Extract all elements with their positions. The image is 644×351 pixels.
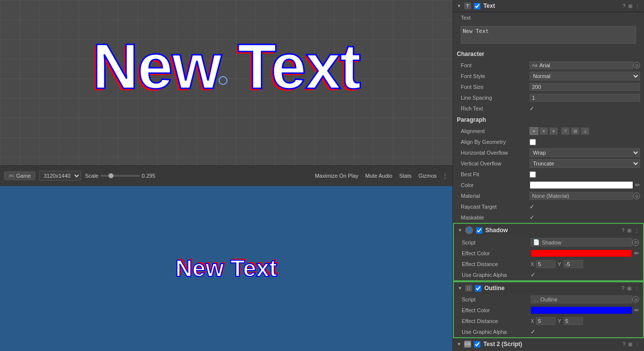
- outline-help-icon[interactable]: ?: [621, 286, 624, 291]
- shadow-swatch-box[interactable]: [531, 249, 632, 257]
- h-overflow-prop-row: Horizontal Overflow Wrap: [453, 147, 644, 158]
- raycast-label: Raycast Target: [461, 204, 530, 210]
- outline-component-header[interactable]: ▼ □ Outline ? ⊞ ⋮: [454, 282, 643, 294]
- text-value-input[interactable]: [461, 26, 636, 44]
- test2-enabled-checkbox[interactable]: [474, 341, 480, 348]
- color-pipette-icon[interactable]: ✏: [635, 182, 640, 189]
- v-overflow-prop-row: Vertical Overflow Truncate: [453, 158, 644, 169]
- scene-view[interactable]: New Text: [0, 0, 452, 165]
- shadow-color-swatch: ✏: [531, 249, 639, 257]
- shadow-x-input[interactable]: [536, 260, 556, 268]
- stats-btn[interactable]: Stats: [397, 172, 414, 180]
- material-field[interactable]: None (Material): [530, 192, 633, 200]
- best-fit-checkbox[interactable]: [530, 171, 536, 178]
- material-select-circle[interactable]: ◎: [633, 192, 640, 199]
- outline-more-icon[interactable]: ⋮: [634, 286, 639, 291]
- shadow-component-header[interactable]: ▼ 👤 Shadow ? ⊞ ⋮: [454, 224, 643, 237]
- align-bottom-btn[interactable]: ⊥: [581, 127, 589, 135]
- test2-layout-icon[interactable]: ⊞: [628, 342, 632, 347]
- resolution-select[interactable]: 3120x1440: [39, 171, 81, 181]
- game-bar-more-icon[interactable]: ⋮: [442, 172, 448, 180]
- text-enabled-checkbox[interactable]: [474, 3, 480, 9]
- outline-script-field[interactable]: … Outline: [531, 296, 632, 303]
- scale-thumb: [109, 173, 113, 178]
- font-style-select[interactable]: Normal: [530, 72, 640, 81]
- text-more-icon[interactable]: ⋮: [635, 3, 640, 9]
- text-component-header[interactable]: ▼ T Text ? ⊞ ⋮: [453, 0, 644, 12]
- outline-x-input[interactable]: [536, 317, 556, 325]
- shadow-collapse-arrow: ▼: [458, 228, 462, 233]
- align-right-btn[interactable]: ≡: [549, 127, 558, 135]
- align-center-btn[interactable]: ≡: [539, 127, 548, 135]
- shadow-enabled-checkbox[interactable]: [476, 227, 482, 234]
- test2-help-icon[interactable]: ?: [622, 342, 625, 347]
- text-value-area: [453, 23, 644, 48]
- viewport: New Text 🎮 Game 3120x1440 Scale 0.295 Ma…: [0, 0, 452, 351]
- outline-use-graphic-label: Use Graphic Alpha: [462, 329, 531, 335]
- font-select-circle[interactable]: ◎: [633, 62, 640, 69]
- font-field[interactable]: Aa Arial: [530, 61, 633, 69]
- outline-header-actions: ? ⊞ ⋮: [621, 286, 639, 291]
- shadow-effect-distance-label: Effect Distance: [462, 261, 531, 267]
- outline-use-graphic-row: Use Graphic Alpha ✓: [454, 326, 643, 337]
- outline-title: Outline: [484, 285, 504, 292]
- test2-more-icon[interactable]: ⋮: [635, 342, 640, 347]
- shadow-component-icon: 👤: [465, 226, 473, 234]
- text-prop-label: Text: [461, 15, 530, 21]
- outline-use-graphic-check: ✓: [531, 328, 535, 335]
- shadow-script-label: Script: [462, 240, 531, 245]
- shadow-help-icon[interactable]: ?: [621, 228, 624, 233]
- shadow-script-field[interactable]: 📄 Shadow: [531, 238, 632, 246]
- outline-xy-fields: X Y: [531, 317, 583, 325]
- test2-component: ▼ CS Test 2 (Script) ? ⊞ ⋮ Script 📄 Test…: [453, 338, 644, 351]
- outline-pipette-icon[interactable]: ✏: [634, 307, 639, 314]
- shadow-use-graphic-check: ✓: [531, 271, 535, 278]
- outline-effect-color-row: Effect Color ✏: [454, 305, 643, 316]
- game-bar: 🎮 Game 3120x1440 Scale 0.295 Maximize On…: [0, 165, 452, 186]
- align-left-btn[interactable]: ≡: [530, 127, 538, 135]
- mute-audio-btn[interactable]: Mute Audio: [364, 172, 394, 180]
- color-label: Color: [461, 182, 530, 188]
- v-overflow-label: Vertical Overflow: [461, 161, 530, 166]
- shadow-layout-icon[interactable]: ⊞: [627, 228, 631, 233]
- color-swatch-box[interactable]: [530, 181, 633, 189]
- maskable-prop-row: Maskable ✓: [453, 212, 644, 223]
- maximize-on-play-btn[interactable]: Maximize On Play: [313, 172, 361, 180]
- outline-y-input[interactable]: [563, 317, 583, 325]
- shadow-effect-color-row: Effect Color ✏: [454, 248, 643, 259]
- line-spacing-input[interactable]: [530, 94, 640, 102]
- align-geo-checkbox[interactable]: [530, 139, 536, 145]
- shadow-script-value: Shadow: [542, 240, 561, 245]
- raycast-check: ✓: [530, 203, 534, 210]
- shadow-more-icon[interactable]: ⋮: [634, 228, 639, 233]
- shadow-y-input[interactable]: [563, 260, 583, 268]
- shadow-pipette-icon[interactable]: ✏: [634, 250, 639, 257]
- maskable-check: ✓: [530, 214, 534, 221]
- align-top-btn[interactable]: ⊤: [561, 127, 570, 135]
- h-overflow-select[interactable]: Wrap: [530, 148, 640, 157]
- game-tab-label: Game: [16, 173, 31, 179]
- test2-component-header[interactable]: ▼ CS Test 2 (Script) ? ⊞ ⋮: [453, 338, 644, 350]
- game-text: New Text: [175, 255, 277, 282]
- outline-enabled-checkbox[interactable]: [475, 285, 481, 292]
- game-controls: Maximize On Play Mute Audio Stats Gizmos…: [313, 172, 448, 180]
- outline-layout-icon[interactable]: ⊞: [627, 286, 631, 291]
- font-style-label: Font Style: [461, 73, 530, 79]
- outline-swatch-box[interactable]: [531, 306, 632, 314]
- text-help-icon[interactable]: ?: [622, 3, 625, 9]
- shadow-xy-fields: X Y: [531, 260, 583, 268]
- gizmos-btn[interactable]: Gizmos: [417, 172, 439, 180]
- shadow-script-circle[interactable]: ◎: [632, 239, 639, 246]
- align-middle-btn[interactable]: ⊟: [571, 127, 580, 135]
- outline-script-circle[interactable]: ◎: [632, 296, 639, 303]
- game-icon: 🎮: [8, 173, 14, 179]
- game-view: New Text: [0, 186, 452, 351]
- shadow-effect-distance-row: Effect Distance X Y: [454, 259, 643, 270]
- game-tab[interactable]: 🎮 Game: [4, 171, 35, 180]
- font-size-input[interactable]: [530, 83, 640, 91]
- paragraph-section-header: Paragraph: [453, 114, 644, 126]
- maskable-label: Maskable: [461, 215, 530, 220]
- text-layout-icon[interactable]: ⊞: [628, 3, 632, 9]
- v-overflow-select[interactable]: Truncate: [530, 159, 640, 168]
- scale-slider[interactable]: [101, 175, 140, 177]
